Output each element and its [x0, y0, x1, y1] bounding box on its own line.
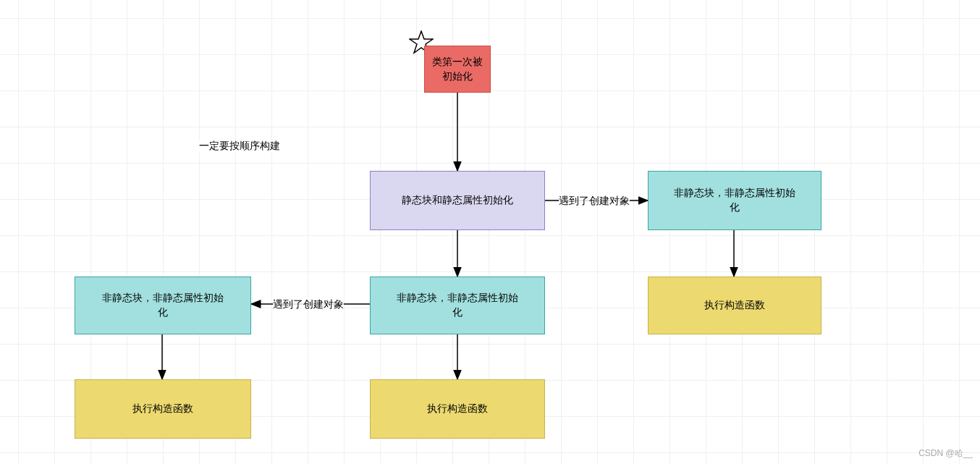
- node-static-init[interactable]: 静态块和静态属性初始化: [370, 171, 545, 230]
- annotation-note: 一定要按顺序构建: [199, 140, 280, 153]
- node-ctor-right[interactable]: 执行构造函数: [648, 277, 821, 334]
- watermark: CSDN @哈__: [918, 447, 973, 460]
- node-start[interactable]: 类第一次被初始化: [424, 46, 491, 93]
- node-label: 执行构造函数: [704, 298, 765, 313]
- node-nonstatic-right[interactable]: 非静态块，非静态属性初始化: [648, 171, 821, 230]
- node-nonstatic-mid[interactable]: 非静态块，非静态属性初始化: [370, 277, 545, 334]
- node-nonstatic-left[interactable]: 非静态块，非静态属性初始化: [75, 277, 251, 334]
- node-label: 非静态块，非静态属性初始化: [674, 186, 795, 214]
- node-label: 执行构造函数: [427, 402, 488, 416]
- edge-label-left: 遇到了创建对象: [273, 298, 344, 311]
- node-label: 非静态块，非静态属性初始化: [397, 291, 518, 319]
- node-ctor-mid[interactable]: 执行构造函数: [370, 379, 545, 439]
- node-label: 静态块和静态属性初始化: [402, 193, 513, 208]
- node-label: 执行构造函数: [132, 402, 193, 416]
- node-label: 类第一次被初始化: [432, 55, 483, 83]
- node-label: 非静态块，非静态属性初始化: [102, 291, 224, 319]
- node-ctor-left[interactable]: 执行构造函数: [75, 379, 251, 439]
- edge-label-right: 遇到了创建对象: [559, 195, 630, 208]
